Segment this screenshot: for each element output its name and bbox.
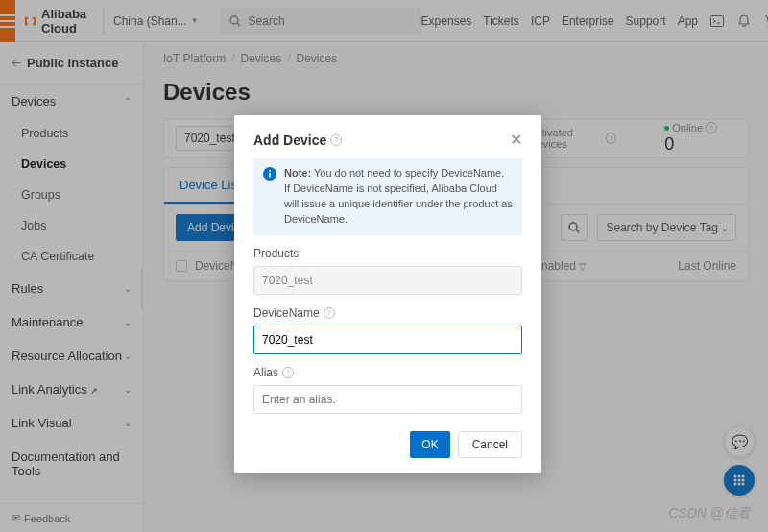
watermark: CSDN @信看 [668,505,751,522]
products-label: Products [253,247,522,260]
ok-button[interactable]: OK [410,431,449,458]
devicename-label: DeviceName [253,306,320,320]
modal-title: Add Device? [253,133,342,148]
svg-point-23 [269,170,271,172]
help-icon[interactable]: ? [330,134,342,146]
help-icon[interactable]: ? [282,367,294,378]
svg-rect-22 [269,173,271,178]
devicename-input[interactable] [253,326,522,354]
cancel-button[interactable]: Cancel [458,431,522,458]
info-notice: Note: You do not need to specify DeviceN… [253,158,522,235]
field-devicename: DeviceName? [253,306,522,354]
field-products: Products 7020_test [253,247,522,295]
products-value: 7020_test [253,266,522,295]
alias-input[interactable] [253,385,522,414]
help-icon[interactable]: ? [324,307,335,319]
alias-label: Alias [253,366,278,379]
add-device-modal: Add Device? ✕ Note: You do not need to s… [234,115,541,473]
info-icon [263,167,276,181]
field-alias: Alias? [253,366,522,414]
close-icon[interactable]: ✕ [510,131,522,149]
